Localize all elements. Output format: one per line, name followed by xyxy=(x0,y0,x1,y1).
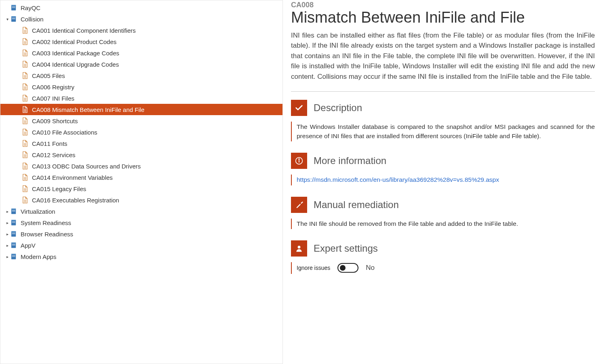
tree-item-label: CA010 File Associations xyxy=(32,129,97,136)
document-icon xyxy=(21,185,29,192)
more-info-link[interactable]: https://msdn.microsoft.com/en-us/library… xyxy=(297,176,499,183)
tree-item-system_readiness[interactable]: ▸ System Readiness xyxy=(0,217,282,228)
navigation-tree-panel: RayQC ▾ Collision CA001 Identical Compon… xyxy=(0,0,283,364)
book-icon xyxy=(10,4,17,11)
tree-item-ca007[interactable]: CA007 INI Files xyxy=(0,93,282,104)
tree-item-ca014[interactable]: CA014 Environment Variables xyxy=(0,172,282,183)
book-icon xyxy=(10,15,17,23)
section-body-more-info: https://msdn.microsoft.com/en-us/library… xyxy=(291,175,595,185)
svg-rect-6 xyxy=(12,18,15,18)
section-title-description: Description xyxy=(314,102,362,114)
tree-item-ca011[interactable]: CA011 Fonts xyxy=(0,138,282,149)
tree-item-collision[interactable]: ▾ Collision xyxy=(0,13,282,25)
section-body-description: The Windows Installer database is compar… xyxy=(291,122,595,141)
tree-item-ca010[interactable]: CA010 File Associations xyxy=(0,126,282,138)
section-title-more-info: More information xyxy=(314,155,386,166)
svg-rect-7 xyxy=(12,19,15,19)
document-icon xyxy=(21,38,29,45)
tree-item-ca006[interactable]: CA006 Registry xyxy=(0,81,282,93)
expand-icon[interactable]: ▸ xyxy=(4,242,10,248)
tree-item-ca016[interactable]: CA016 Executables Registration xyxy=(0,194,282,206)
tree-item-ca003[interactable]: CA003 Identical Package Codes xyxy=(0,47,282,59)
content-panel: CA008 Mismatch Between IniFile and File … xyxy=(283,0,607,364)
tree-item-ca015[interactable]: CA015 Legacy Files xyxy=(0,183,282,194)
document-icon xyxy=(21,72,29,79)
tree-item-label: Collision xyxy=(21,16,44,23)
svg-rect-61 xyxy=(11,220,16,221)
tree-item-label: CA001 Identical Component Identifiers xyxy=(32,27,136,34)
svg-rect-75 xyxy=(12,256,15,257)
tree-item-label: CA014 Environment Variables xyxy=(32,174,113,181)
tree-item-label: CA002 Identical Product Codes xyxy=(32,38,116,45)
ignore-issues-toggle[interactable] xyxy=(337,263,358,273)
section-title-manual-remediation: Manual remediation xyxy=(314,199,399,210)
document-icon xyxy=(21,162,29,170)
book-icon xyxy=(10,230,17,238)
document-icon xyxy=(21,106,29,113)
svg-rect-69 xyxy=(11,242,16,243)
tree-item-ca012[interactable]: CA012 Services xyxy=(0,149,282,160)
expand-icon[interactable]: ▸ xyxy=(4,254,10,259)
tree-item-label: CA007 INI Files xyxy=(32,95,74,102)
tree-item-virtualization[interactable]: ▸ Virtualization xyxy=(0,206,282,217)
divider xyxy=(291,91,595,92)
navigation-tree: RayQC ▾ Collision CA001 Identical Compon… xyxy=(0,2,282,262)
tree-item-ca009[interactable]: CA009 Shortcuts xyxy=(0,115,282,126)
tree-item-label: CA011 Fonts xyxy=(32,140,67,147)
ignore-issues-state: No xyxy=(366,263,375,273)
svg-rect-2 xyxy=(12,6,15,7)
document-icon xyxy=(21,117,29,124)
tree-item-ca008[interactable]: CA008 Mismatch Between IniFile and File xyxy=(0,104,282,115)
svg-rect-62 xyxy=(12,221,15,222)
tree-item-label: CA013 ODBC Data Sources and Drivers xyxy=(32,163,141,170)
svg-rect-3 xyxy=(12,7,15,8)
tree-item-modern_apps[interactable]: ▸ Modern Apps xyxy=(0,251,282,262)
tree-item-label: CA003 Identical Package Codes xyxy=(32,50,119,57)
app-root: RayQC ▾ Collision CA001 Identical Compon… xyxy=(0,0,607,364)
svg-rect-65 xyxy=(11,231,16,232)
collapse-icon[interactable]: ▾ xyxy=(4,16,10,22)
tree-item-rayqc[interactable]: RayQC xyxy=(0,2,282,13)
rule-title: Mismatch Between IniFile and File xyxy=(291,9,595,26)
rule-intro: INI files can be installed either as fla… xyxy=(291,30,595,82)
tree-item-label: System Readiness xyxy=(21,219,71,226)
tree-item-ca013[interactable]: CA013 ODBC Data Sources and Drivers xyxy=(0,160,282,172)
book-icon xyxy=(10,219,17,226)
tree-item-label: AppV xyxy=(21,242,36,249)
expand-icon[interactable]: ▸ xyxy=(4,231,10,237)
book-icon xyxy=(10,253,17,260)
document-icon xyxy=(21,196,29,204)
tree-item-ca004[interactable]: CA004 Identical Upgrade Codes xyxy=(0,59,282,70)
section-body-manual-remediation: The INI file should be removed from the … xyxy=(291,219,595,229)
section-header-expert: Expert settings xyxy=(291,240,595,257)
tree-item-label: CA006 Registry xyxy=(32,84,74,90)
section-header-manual-remediation: Manual remediation xyxy=(291,197,595,213)
document-icon xyxy=(21,27,29,34)
tree-item-label: CA015 Legacy Files xyxy=(32,185,86,192)
svg-point-79 xyxy=(298,246,301,249)
tree-item-appv[interactable]: ▸ AppV xyxy=(0,240,282,251)
tree-item-label: Virtualization xyxy=(21,208,55,215)
tree-item-label: Browser Readiness xyxy=(21,231,73,238)
tree-item-ca005[interactable]: CA005 Files xyxy=(0,70,282,81)
document-icon xyxy=(21,151,29,158)
document-icon xyxy=(21,95,29,102)
svg-rect-71 xyxy=(12,245,15,245)
rule-code: CA008 xyxy=(291,1,595,9)
tree-item-ca002[interactable]: CA002 Identical Product Codes xyxy=(0,36,282,47)
svg-rect-73 xyxy=(11,254,16,255)
section-body-expert: Ignore issues No xyxy=(291,262,595,274)
section-header-description: Description xyxy=(291,100,595,116)
tree-item-ca001[interactable]: CA001 Identical Component Identifiers xyxy=(0,25,282,36)
svg-rect-74 xyxy=(12,255,15,256)
document-icon xyxy=(21,140,29,147)
tree-item-label: CA016 Executables Registration xyxy=(32,197,119,204)
expand-icon[interactable]: ▸ xyxy=(4,220,10,225)
info-icon xyxy=(291,153,307,169)
wrench-icon xyxy=(291,197,307,213)
section-title-expert: Expert settings xyxy=(314,243,378,254)
tree-item-browser_readiness[interactable]: ▸ Browser Readiness xyxy=(0,228,282,240)
expand-icon[interactable]: ▸ xyxy=(4,208,10,214)
check-icon xyxy=(291,100,307,116)
tree-item-label: Modern Apps xyxy=(21,253,56,260)
